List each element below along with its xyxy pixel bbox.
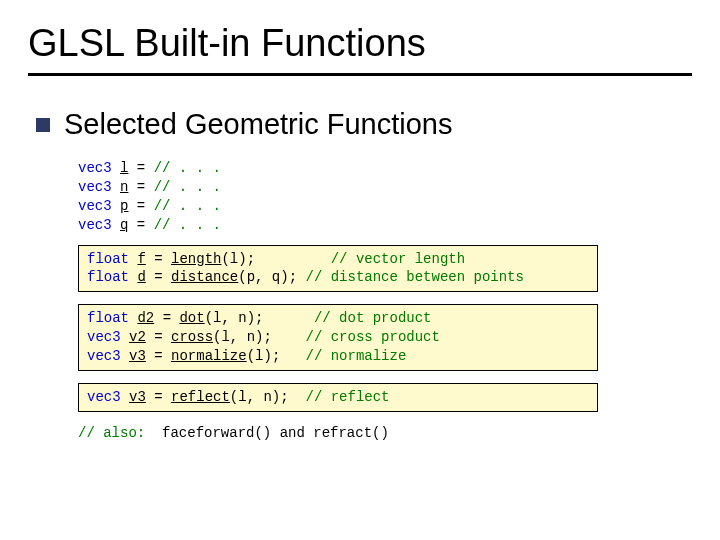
- bullet-text: Selected Geometric Functions: [64, 108, 452, 141]
- body-area: Selected Geometric Functions vec3 l = //…: [0, 84, 720, 443]
- code-area: vec3 l = // . . . vec3 n = // . . . vec3…: [78, 159, 692, 443]
- args: (l);: [221, 251, 255, 267]
- kw-vec3: vec3: [78, 179, 112, 195]
- cmt-also: // also:: [78, 425, 145, 441]
- args: (l, n);: [213, 329, 272, 345]
- also-rest: faceforward() and refract(): [145, 425, 389, 441]
- slide: GLSL Built-in Functions Selected Geometr…: [0, 0, 720, 540]
- kw-vec3: vec3: [78, 160, 112, 176]
- decl-block: vec3 l = // . . . vec3 n = // . . . vec3…: [78, 159, 692, 235]
- cmt: // . . .: [154, 160, 221, 176]
- kw-vec3: vec3: [87, 389, 121, 405]
- page-title: GLSL Built-in Functions: [28, 22, 692, 65]
- eq: =: [146, 329, 171, 345]
- eq: =: [128, 160, 153, 176]
- eq: =: [146, 251, 171, 267]
- also-line: // also: faceforward() and refract(): [78, 424, 692, 443]
- box-reflect: vec3 v3 = reflect(l, n); // reflect: [78, 383, 598, 412]
- eq: =: [146, 389, 171, 405]
- kw-vec3: vec3: [87, 348, 121, 364]
- title-underline: [28, 73, 692, 76]
- cmt: // reflect: [305, 389, 389, 405]
- eq: =: [128, 179, 153, 195]
- title-area: GLSL Built-in Functions: [0, 0, 720, 84]
- var-d: d: [137, 269, 145, 285]
- cmt: // vector length: [331, 251, 465, 267]
- var-v3: v3: [129, 348, 146, 364]
- eq: =: [146, 348, 171, 364]
- square-bullet-icon: [36, 118, 50, 132]
- fn-cross: cross: [171, 329, 213, 345]
- fn-distance: distance: [171, 269, 238, 285]
- kw-float: float: [87, 269, 129, 285]
- fn-reflect: reflect: [171, 389, 230, 405]
- args: (l, n);: [230, 389, 289, 405]
- bullet-row: Selected Geometric Functions: [36, 108, 692, 141]
- cmt: // normalize: [306, 348, 407, 364]
- args: (l);: [247, 348, 281, 364]
- var-f: f: [137, 251, 145, 267]
- eq: =: [154, 310, 179, 326]
- box-length-distance: float f = length(l); // vector length fl…: [78, 245, 598, 293]
- fn-dot: dot: [179, 310, 204, 326]
- kw-vec3: vec3: [78, 198, 112, 214]
- kw-vec3: vec3: [78, 217, 112, 233]
- kw-float: float: [87, 251, 129, 267]
- cmt: // . . .: [154, 198, 221, 214]
- cmt: // distance between points: [305, 269, 523, 285]
- eq: =: [128, 217, 153, 233]
- eq: =: [128, 198, 153, 214]
- cmt: // dot product: [314, 310, 432, 326]
- cmt: // . . .: [154, 217, 221, 233]
- cmt: // cross product: [305, 329, 439, 345]
- fn-length: length: [171, 251, 221, 267]
- box-dot-cross-normalize: float d2 = dot(l, n); // dot product vec…: [78, 304, 598, 371]
- args: (p, q);: [238, 269, 297, 285]
- cmt: // . . .: [154, 179, 221, 195]
- var-v2: v2: [129, 329, 146, 345]
- eq: =: [146, 269, 171, 285]
- var-d2: d2: [137, 310, 154, 326]
- fn-normalize: normalize: [171, 348, 247, 364]
- kw-vec3: vec3: [87, 329, 121, 345]
- kw-float: float: [87, 310, 129, 326]
- var-v3: v3: [129, 389, 146, 405]
- args: (l, n);: [205, 310, 264, 326]
